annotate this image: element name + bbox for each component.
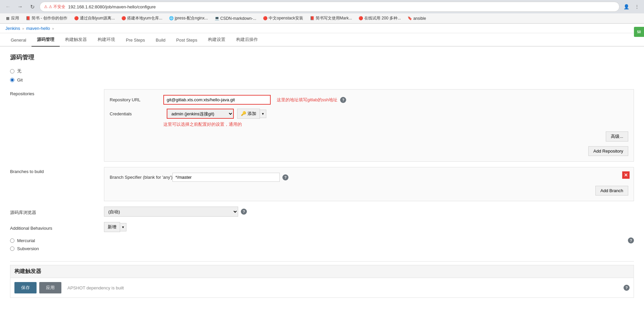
snapshot-text: APSHOT dependency is built [67,285,124,290]
tabs-bar: General 源码管理 构建触发器 构建环境 Pre Steps Build … [0,33,644,47]
branch-specifier-label: Branch Specifier (blank for 'any') [110,175,172,180]
breadcrumb-jenkins[interactable]: Jenkins [5,26,20,31]
add-branch-button[interactable]: Add Branch [595,186,628,196]
bookmark-mark-label: 简书写文使用Mark... [316,15,352,21]
source-browser-label: 源码库浏览器 [10,208,104,216]
browser-actions: 👤 ⋮ [622,3,641,11]
radio-git-option[interactable]: Git [10,77,634,82]
radio-none-option[interactable]: 无 [10,68,634,74]
bookmark-ansible-label: ansible [413,16,426,21]
page-container: Jenkins » maven-hello » General 源码管理 构建触… [0,24,644,331]
radio-mercurial[interactable] [10,238,14,243]
breadcrumb-sep1: » [22,26,24,31]
address-bar[interactable]: ⚠ ⚠ 不安全 192.168.1.62:8080/job/maven-hell… [40,2,620,12]
credentials-select[interactable]: admin (jenkins连接git) [167,109,234,119]
radio-subversion-option[interactable]: Subversion [10,246,634,251]
branch-specifier-input[interactable] [172,173,280,182]
bookmark-mark[interactable]: 📕 简书写文使用Mark... [308,15,354,22]
add-behaviour-btn: 新增 ▾ [104,222,634,232]
bookmark-yum1-label: 通过自制yum源离... [80,15,115,21]
trigger-body: 保存 应用 APSHOT dependency is built ? [10,278,634,298]
add-credentials-main-btn[interactable]: 🔑 添加 [237,109,260,119]
bookmark-ansible[interactable]: 🔖 ansible [406,15,428,21]
tab-build[interactable]: Build [150,34,171,47]
bookmark-apps[interactable]: ▦ 应用 [3,15,21,22]
radio-subversion[interactable] [10,246,14,251]
tab-presteps[interactable]: Pre Steps [120,34,150,47]
form-buttons: 保存 应用 APSHOT dependency is built ? [14,282,630,293]
credentials-row: Credentials admin (jenkins连接git) 🔑 添加 ▾ … [110,109,628,127]
add-credentials-btn: 🔑 添加 ▾ [237,109,266,119]
add-credentials-arrow-btn[interactable]: ▾ [260,110,266,118]
radio-subversion-label: Subversion [17,246,39,251]
source-browser-content: (自动) ? [104,207,634,217]
tab-trigger[interactable]: 构建触发器 [60,33,92,47]
add-repo-actions: Add Repository [110,146,628,156]
repositories-label: Repositories [10,89,104,96]
apps-icon: ▦ [5,16,10,21]
back-button[interactable]: ← [3,2,13,11]
repo-url-hint: 这里的地址填写gitlab的ssh地址 [277,97,337,103]
add-branch-actions: Add Branch [110,186,628,196]
profile-button[interactable]: 👤 [622,3,631,11]
add-behaviour-arrow-btn[interactable]: ▾ [120,223,126,231]
tab-poststeps[interactable]: Post Steps [171,34,203,47]
breadcrumb-project[interactable]: maven-hello [26,26,50,31]
branches-row: Branches to build ✕ Branch Specifier (bl… [10,167,634,201]
tab-general[interactable]: General [5,34,32,47]
bookmark-csdn-label: CSDN-markdown-... [220,16,256,21]
repositories-content: Repository URL 这里的地址填写gitlab的ssh地址 ? Cre… [104,89,634,162]
bookmark-jpress[interactable]: 🌐 jpress-配合nginx... [167,15,210,22]
credentials-label: Credentials [110,111,163,116]
bookmark-apps-label: 应用 [11,15,19,21]
bookmark-yum2-label: 搭建本地yum仓库... [127,15,162,21]
advanced-button[interactable]: 高级... [606,131,628,142]
bookmark-openstack-label: 中文openstack安装 [269,15,303,21]
bookmark-jianshu[interactable]: 📕 简书 - 创作你的创作 [24,15,69,22]
security-text: ⚠ 不安全 [49,4,65,10]
branches-content: ✕ Branch Specifier (blank for 'any') ? A… [104,167,634,201]
repos-container: Repository URL 这里的地址填写gitlab的ssh地址 ? Cre… [104,89,634,162]
address-text: 192.168.1.62:8080/job/maven-hello/config… [68,4,156,9]
radio-git-label: Git [17,77,23,82]
bookmark-openstack[interactable]: 🔴 中文openstack安装 [261,15,305,22]
jianshu-icon: 📕 [26,16,31,21]
delete-branch-button[interactable]: ✕ [622,171,630,179]
repo-url-row: Repository URL 这里的地址填写gitlab的ssh地址 ? [110,95,628,105]
mercurial-help-icon[interactable]: ? [628,237,634,243]
bookmark-online-label: 在线试用 200 多种... [364,15,401,21]
trigger-title: 构建触发器 [14,268,41,275]
content-area: 源码管理 无 Git Repositories Repository URL [0,47,644,331]
tab-settings[interactable]: 构建设置 [203,33,231,47]
repo-url-label: Repository URL [110,97,163,102]
refresh-button[interactable]: ↻ [28,2,37,11]
source-browser-help-icon[interactable]: ? [241,209,247,215]
branch-specifier-help-icon[interactable]: ? [282,174,288,180]
tab-source[interactable]: 源码管理 [32,33,60,47]
bookmark-yum2[interactable]: 🔴 搭建本地yum仓库... [119,15,164,22]
add-behaviour-main-btn[interactable]: 新增 [104,222,120,232]
radio-mercurial-label: Mercurial [17,238,35,243]
apply-button[interactable]: 应用 [39,282,61,293]
forward-button[interactable]: → [15,2,25,11]
more-button[interactable]: ⋮ [633,3,641,11]
radio-none[interactable] [10,69,14,73]
bookmark-csdn[interactable]: 💻 CSDN-markdown-... [213,15,258,21]
save-button[interactable]: 保存 [14,282,37,293]
tab-postbuild[interactable]: 构建后操作 [231,33,263,47]
branches-label: Branches to build [10,167,104,174]
ansible-icon: 🔖 [408,16,412,21]
repo-url-input[interactable] [163,95,271,105]
repo-url-help-icon[interactable]: ? [340,97,346,103]
source-browser-select[interactable]: (自动) [104,207,238,217]
trigger-help-icon[interactable]: ? [624,285,630,291]
radio-git[interactable] [10,78,14,82]
radio-mercurial-option[interactable]: Mercurial ? [10,237,634,243]
bookmark-yum1[interactable]: 🔴 通过自制yum源离... [72,15,117,22]
tab-env[interactable]: 构建环境 [92,33,120,47]
breadcrumb-sep2: » [52,26,54,31]
bookmark-online[interactable]: 🔴 在线试用 200 多种... [357,15,403,22]
extra-radio-section: Mercurial ? Subversion [10,237,634,251]
add-repository-button[interactable]: Add Repository [588,146,628,156]
radio-none-label: 无 [17,68,21,74]
